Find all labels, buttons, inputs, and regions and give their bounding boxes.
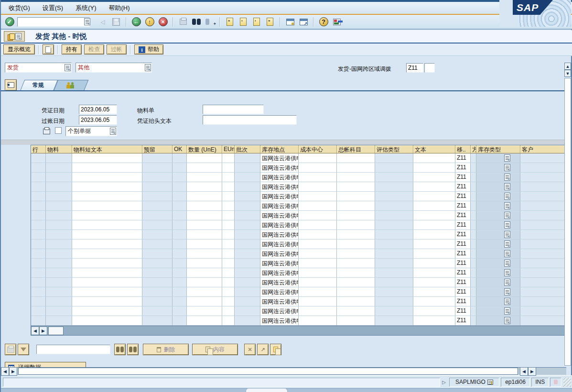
cell-material_text[interactable]: [72, 153, 142, 163]
stock-type-combo-icon[interactable]: [504, 212, 510, 219]
cell-cost_center[interactable]: [299, 163, 337, 173]
cell-movement_type[interactable]: Z11: [455, 316, 471, 326]
cell-side[interactable]: [471, 287, 476, 297]
cell-quantity[interactable]: [187, 297, 222, 306]
column-header-ok[interactable]: OK: [173, 145, 187, 153]
stock-type-combo-icon[interactable]: [504, 279, 510, 286]
cell-gl_account[interactable]: [337, 297, 375, 306]
column-header-quantity[interactable]: 数量 (UnE): [187, 145, 222, 153]
menu-system[interactable]: 系统(Y): [76, 4, 96, 12]
cell-ok[interactable]: [173, 259, 187, 268]
cell-text[interactable]: [413, 192, 455, 201]
material-slip-field[interactable]: [203, 105, 264, 114]
posting-date-field[interactable]: [79, 115, 117, 125]
cell-material[interactable]: [46, 201, 72, 211]
cell-text[interactable]: [413, 287, 455, 297]
cell-customer[interactable]: [520, 192, 567, 201]
cell-material[interactable]: [46, 192, 72, 201]
stock-type-combo-icon[interactable]: [504, 193, 510, 200]
cell-line[interactable]: [31, 316, 46, 326]
cell-ok[interactable]: [173, 163, 187, 173]
cell-quantity[interactable]: [187, 306, 222, 316]
movement-type-field[interactable]: [406, 63, 423, 73]
stock-type-combo-icon[interactable]: [504, 269, 510, 276]
cell-side[interactable]: [471, 173, 476, 182]
cell-reservation[interactable]: [142, 153, 173, 163]
item-hierarchy-button[interactable]: ↗: [257, 344, 269, 355]
cell-storage_location[interactable]: 国网连云港供电: [260, 201, 299, 211]
item-export-button[interactable]: [270, 344, 281, 355]
enter-button[interactable]: ✓: [4, 16, 15, 28]
cell-ok[interactable]: [173, 211, 187, 220]
cell-side[interactable]: [471, 278, 476, 287]
stock-type-combo-icon[interactable]: [504, 164, 510, 171]
cell-material_text[interactable]: [72, 230, 142, 240]
cell-stock_type[interactable]: [476, 240, 520, 249]
cell-quantity[interactable]: [187, 240, 222, 249]
cell-quantity[interactable]: [187, 201, 222, 211]
cell-side[interactable]: [471, 192, 476, 201]
save-button[interactable]: [110, 16, 122, 28]
cell-line[interactable]: [31, 211, 46, 220]
first-page-button[interactable]: «: [224, 16, 236, 28]
cell-reservation[interactable]: [142, 287, 173, 297]
cell-batch[interactable]: [235, 220, 260, 230]
cell-text[interactable]: [413, 163, 455, 173]
cell-valuation_type[interactable]: [375, 268, 413, 278]
cell-batch[interactable]: [235, 230, 260, 240]
cell-storage_location[interactable]: 国网连云港供电: [260, 211, 299, 220]
cell-stock_type[interactable]: [476, 182, 520, 192]
cell-side[interactable]: [471, 249, 476, 259]
stock-type-combo-icon[interactable]: [504, 250, 510, 257]
cell-material_text[interactable]: [72, 192, 142, 201]
cell-gl_account[interactable]: [337, 306, 375, 316]
cell-gl_account[interactable]: [337, 316, 375, 326]
cell-gl_account[interactable]: [337, 192, 375, 201]
cell-movement_type[interactable]: Z11: [455, 201, 471, 211]
grid-scroll-right-button[interactable]: ▶: [39, 327, 47, 335]
cell-stock_type[interactable]: [476, 268, 520, 278]
cell-material[interactable]: [46, 173, 72, 182]
cell-quantity[interactable]: [187, 192, 222, 201]
cell-material_text[interactable]: [72, 240, 142, 249]
cell-side[interactable]: [471, 240, 476, 249]
cell-valuation_type[interactable]: [375, 182, 413, 192]
cell-gl_account[interactable]: [337, 153, 375, 163]
cell-material[interactable]: [46, 259, 72, 268]
cell-stock_type[interactable]: [476, 278, 520, 287]
cell-quantity[interactable]: [187, 259, 222, 268]
cell-gl_account[interactable]: [337, 287, 375, 297]
cell-gl_account[interactable]: [337, 249, 375, 259]
cell-gl_account[interactable]: [337, 163, 375, 173]
cell-storage_location[interactable]: 国网连云港供电: [260, 278, 299, 287]
cell-quantity[interactable]: [187, 220, 222, 230]
cell-cost_center[interactable]: [299, 220, 337, 230]
cell-text[interactable]: [413, 230, 455, 240]
cell-cost_center[interactable]: [299, 278, 337, 287]
stock-type-combo-icon[interactable]: [504, 260, 510, 267]
cell-storage_location[interactable]: 国网连云港供电: [260, 230, 299, 240]
cell-material[interactable]: [46, 278, 72, 287]
cell-line[interactable]: [31, 201, 46, 211]
cell-cost_center[interactable]: [299, 211, 337, 220]
cell-ok[interactable]: [173, 278, 187, 287]
cell-batch[interactable]: [235, 268, 260, 278]
cell-batch[interactable]: [235, 316, 260, 326]
cell-valuation_type[interactable]: [375, 278, 413, 287]
cell-quantity[interactable]: [187, 153, 222, 163]
command-input[interactable]: [17, 17, 90, 27]
cell-batch[interactable]: [235, 287, 260, 297]
cell-cost_center[interactable]: [299, 192, 337, 201]
header-text-field[interactable]: [203, 115, 297, 125]
cell-stock_type[interactable]: [476, 192, 520, 201]
cell-customer[interactable]: [520, 173, 567, 182]
enter-small-button[interactable]: ◁: [97, 16, 108, 28]
cell-line[interactable]: [31, 297, 46, 306]
individual-slip-select[interactable]: 个别单据: [65, 126, 117, 136]
cell-storage_location[interactable]: 国网连云港供电: [260, 220, 299, 230]
cell-material[interactable]: [46, 153, 72, 163]
find-next-button[interactable]: +: [204, 16, 216, 28]
column-header-material[interactable]: 物料: [46, 145, 72, 153]
cell-batch[interactable]: [235, 240, 260, 249]
action-dropdown-icon[interactable]: [65, 64, 71, 71]
